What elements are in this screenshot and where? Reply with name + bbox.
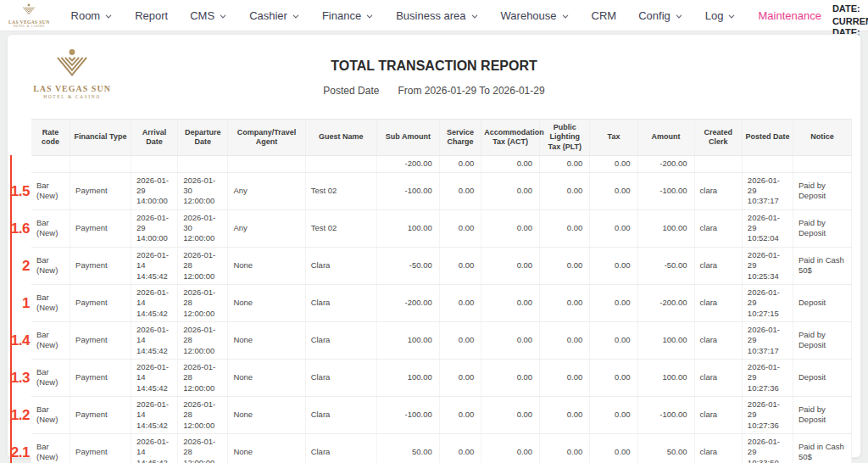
cell-tax: 0.00 [590,172,637,209]
table-row: Bar (New)Payment2026-01-29 14:00:002026-… [31,172,852,209]
row-annotation: 2 [8,259,30,273]
column-header: Notice [793,120,852,156]
nav-item-finance[interactable]: Finance [311,0,385,31]
cell-sub-amount: 100.00 [377,321,440,359]
nav-item-cms[interactable]: CMS [179,0,238,31]
cell-arrival-date: 2026-01-14 14:45:42 [131,247,177,284]
table-row: Bar (New)Payment2026-01-14 14:45:422026-… [31,396,852,433]
totals-cell-amount: -200.00 [637,155,694,172]
table-zone: Rate codeFinancial TypeArrival DateDepar… [31,119,852,463]
cell-tax: 0.00 [590,359,637,396]
cell-guest-name: Clara [305,247,376,284]
cell-created-clerk: clara [694,359,742,396]
column-header: Financial Type [70,120,131,156]
cell-guest-name: Clara [305,433,376,463]
cell-departure-date: 2026-01-28 12:00:00 [178,247,228,284]
cell-posted-date: 2026-01-29 10:33:50 [742,433,793,463]
nav-item-maintenance[interactable]: Maintenance [747,0,832,31]
cell-rate-code: Bar (New) [31,321,70,359]
cell-posted-date: 2026-01-29 10:27:36 [742,359,793,396]
cell-departure-date: 2026-01-28 12:00:00 [178,433,228,463]
cell-arrival-date: 2026-01-29 14:00:00 [131,209,177,247]
nav-item-warehouse[interactable]: Warehouse [490,0,581,31]
cell-accommodation-tax: 0.00 [481,359,540,396]
nav-item-cashier[interactable]: Cashier [238,0,311,31]
cell-created-clerk: clara [694,172,742,209]
nav-item-log[interactable]: Log [694,0,748,31]
row-annotation: 1 [8,296,30,310]
cell-service-charge: 0.00 [439,284,481,321]
hotel-logo-emblem-icon [53,48,92,82]
cell-amount: 50.00 [637,433,694,463]
cell-company-travel-agent: None [228,321,305,359]
cell-public-lighting-tax: 0.00 [540,284,590,321]
cell-company-travel-agent: None [228,359,305,396]
cell-tax: 0.00 [590,209,637,247]
nav-item-business-area[interactable]: Business area [385,0,489,31]
cell-accommodation-tax: 0.00 [481,247,540,284]
nav-item-label: Config [638,9,670,22]
nav-item-report[interactable]: Report [124,0,179,31]
cell-notice: Paid in Cash 50$ [793,247,852,284]
cell-company-travel-agent: None [228,284,305,321]
row-annotation: 1.3 [8,371,30,385]
totals-cell-company-travel-agent [228,155,305,172]
column-header: Accommodation Tax (ACT) [481,120,540,156]
cell-amount: -50.00 [637,247,694,284]
nav-item-label: Maintenance [758,9,821,22]
cell-created-clerk: clara [694,396,742,433]
hotel-logo-tagline: HOTEL & CASINO [43,94,101,99]
cell-company-travel-agent: None [228,396,305,433]
cell-service-charge: 0.00 [439,433,481,463]
report-date-range: Posted DateFrom 2026-01-29 To 2026-01-29 [8,85,860,97]
chevron-down-icon [292,11,300,20]
column-header: Service Charge [439,120,481,156]
table-row: Bar (New)Payment2026-01-14 14:45:422026-… [31,359,852,396]
cell-sub-amount: -100.00 [377,396,440,433]
nav-item-crm[interactable]: CRM [581,0,628,31]
brand-logo[interactable]: LAS VEGAS SUN HOTEL & CASINO [8,3,50,28]
cell-guest-name: Test 02 [305,172,376,209]
nav-item-config[interactable]: Config [627,0,694,31]
cell-service-charge: 0.00 [439,359,481,396]
cell-company-travel-agent: Any [228,209,305,247]
cell-financial-type: Payment [70,209,131,247]
cell-accommodation-tax: 0.00 [481,209,540,247]
totals-cell-service-charge: 0.00 [439,155,481,172]
cell-created-clerk: clara [694,321,742,359]
cell-departure-date: 2026-01-28 12:00:00 [178,396,228,433]
nav-item-label: CRM [592,9,617,22]
cell-public-lighting-tax: 0.00 [540,209,590,247]
nav-item-label: Business area [396,9,465,22]
cell-sub-amount: -200.00 [377,284,440,321]
cell-rate-code: Bar (New) [31,247,70,284]
nav-item-label: Cashier [249,9,287,22]
brand-tagline: HOTEL & CASINO [14,25,45,28]
cell-tax: 0.00 [590,433,637,463]
cell-created-clerk: clara [694,247,742,284]
cell-service-charge: 0.00 [439,209,481,247]
cell-notice: Paid by Deposit [793,396,852,433]
cell-arrival-date: 2026-01-14 14:45:42 [131,284,177,321]
cell-amount: -100.00 [637,172,694,209]
cell-company-travel-agent: None [228,433,305,463]
table-row: Bar (New)Payment2026-01-29 14:00:002026-… [31,209,852,247]
cell-financial-type: Payment [70,172,131,209]
column-header: Guest Name [305,120,376,156]
cell-sub-amount: 100.00 [377,359,440,396]
cell-sub-amount: -50.00 [377,247,440,284]
totals-cell-public-lighting-tax: 0.00 [540,155,590,172]
date-range-value: From 2026-01-29 To 2026-01-29 [398,85,544,97]
totals-cell-tax: 0.00 [590,155,637,172]
navbar-right: AUDIT DATE: 2026-01-29 CURRENT DATE: 202… [832,0,868,31]
row-annotation: 1.6 [8,221,30,236]
cell-departure-date: 2026-01-28 12:00:00 [178,359,228,396]
cell-arrival-date: 2026-01-14 14:45:42 [131,321,177,359]
cell-public-lighting-tax: 0.00 [540,321,590,359]
cell-amount: 100.00 [637,359,694,396]
page-title: TOTAL TRANSACTION REPORT [8,59,860,74]
column-header: Created Clerk [694,120,742,156]
table-row: Bar (New)Payment2026-01-14 14:45:422026-… [31,321,852,359]
nav-item-room[interactable]: Room [60,0,125,31]
column-header: Tax [590,120,637,156]
